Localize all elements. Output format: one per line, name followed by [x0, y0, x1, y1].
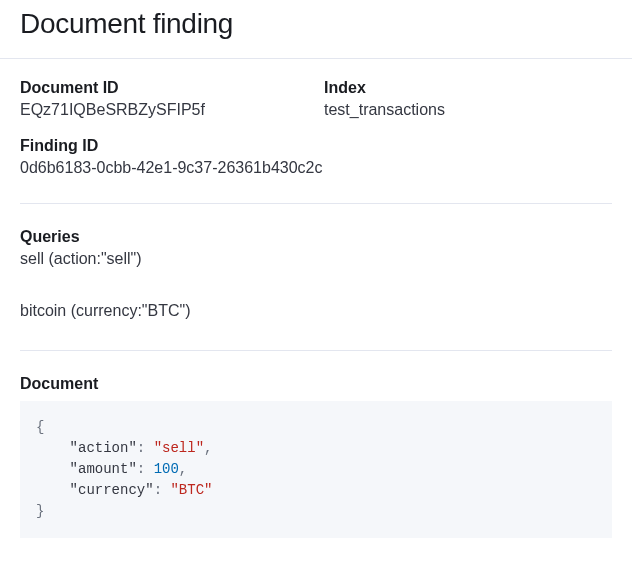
- json-colon: :: [154, 482, 171, 498]
- json-comma: ,: [179, 461, 187, 477]
- json-num: 100: [154, 461, 179, 477]
- json-key: "amount": [70, 461, 137, 477]
- divider: [20, 203, 612, 204]
- content: Document ID EQz71IQBeSRBZySFIP5f Index t…: [0, 59, 632, 538]
- field-document-id: Document ID EQz71IQBeSRBZySFIP5f: [20, 79, 308, 119]
- page-title: Document finding: [20, 8, 612, 40]
- json-brace: }: [36, 503, 44, 519]
- page-header: Document finding: [0, 0, 632, 59]
- divider: [20, 350, 612, 351]
- json-colon: :: [137, 461, 154, 477]
- field-index: Index test_transactions: [324, 79, 612, 119]
- query-item: sell (action:"sell"): [20, 250, 612, 268]
- meta-row-1: Document ID EQz71IQBeSRBZySFIP5f Index t…: [20, 79, 612, 119]
- index-value: test_transactions: [324, 101, 612, 119]
- query-item: bitcoin (currency:"BTC"): [20, 302, 612, 320]
- finding-id-value: 0d6b6183-0cbb-42e1-9c37-26361b430c2c: [20, 159, 612, 177]
- json-str: "BTC": [170, 482, 212, 498]
- finding-id-label: Finding ID: [20, 137, 612, 155]
- queries-label: Queries: [20, 228, 612, 246]
- json-brace: {: [36, 419, 44, 435]
- index-label: Index: [324, 79, 612, 97]
- json-comma: ,: [204, 440, 212, 456]
- document-id-value: EQz71IQBeSRBZySFIP5f: [20, 101, 308, 119]
- document-id-label: Document ID: [20, 79, 308, 97]
- document-label: Document: [20, 375, 612, 393]
- json-key: "currency": [70, 482, 154, 498]
- json-str: "sell": [154, 440, 204, 456]
- field-finding-id: Finding ID 0d6b6183-0cbb-42e1-9c37-26361…: [20, 137, 612, 177]
- json-key: "action": [70, 440, 137, 456]
- json-colon: :: [137, 440, 154, 456]
- document-json: { "action": "sell", "amount": 100, "curr…: [20, 401, 612, 538]
